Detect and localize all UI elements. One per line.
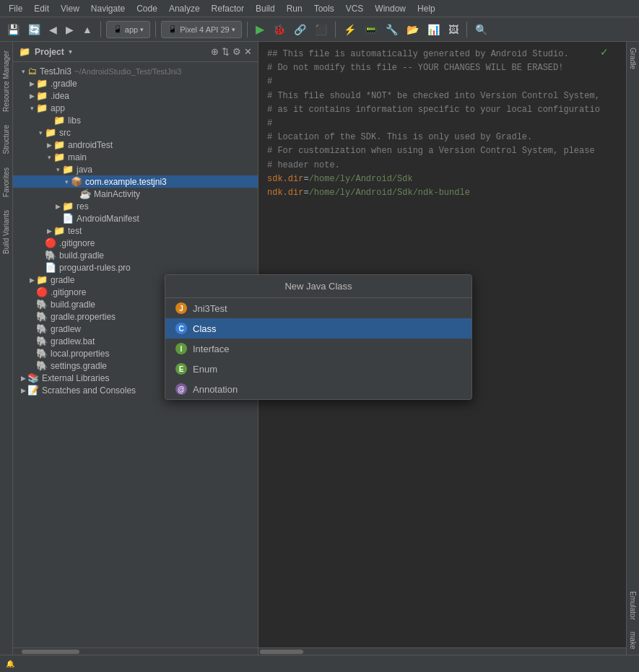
tree-arrow-res: ▶ [53,203,62,210]
menu-edit[interactable]: Edit [28,2,55,15]
tree-item-app[interactable]: ▾ 📁 app [13,102,258,114]
tree-item-java[interactable]: ▾ 📁 java [13,163,258,175]
run-button[interactable]: ▶ [253,21,267,38]
resource-manager-tab[interactable]: Resource Manager [1,45,12,118]
editor-hscrollbar[interactable] [258,647,626,655]
up-button[interactable]: ▲ [79,22,95,37]
popup-title: New Java Class [165,275,471,298]
project-panel-dropdown-arrow[interactable]: ▾ [69,48,72,56]
tree-arrow-idea: ▶ [27,92,36,100]
popup-item-class[interactable]: C Class [165,318,471,339]
project-scrollbar[interactable] [13,647,258,655]
structure-tab[interactable]: Structure [1,119,12,160]
emulator-tab[interactable]: Emulator [627,585,638,626]
tree-item-gradle[interactable]: ▶ 📁 .gradle [13,77,258,90]
device-file-button[interactable]: 📂 [404,22,422,37]
make-tab[interactable]: make [627,626,638,655]
sdk-button[interactable]: 🔧 [383,22,401,37]
editor-hscrollbar-thumb [260,650,303,654]
tree-arrow-gradle-root: ▶ [27,276,36,284]
tree-item-androidtest[interactable]: ▶ 📁 androidTest [13,139,258,151]
profiler-button[interactable]: 📊 [425,22,443,37]
code-line-5: # as it contains information specific to… [267,103,617,117]
sync-gradle-button[interactable]: ⚡ [341,22,359,37]
tree-item-buildgradle1[interactable]: 🐘 build.gradle [13,249,258,261]
menu-run[interactable]: Run [281,2,308,15]
menu-help[interactable]: Help [412,2,441,15]
menu-file[interactable]: File [3,2,28,15]
tree-arrow-test: ▶ [45,227,53,235]
tree-label-package: com.example.testjni3 [85,177,167,187]
tree-item-res[interactable]: ▶ 📁 res [13,200,258,212]
project-panel-title: Project [35,47,64,57]
code-comment-4: # This file should *NOT* be checked into… [267,90,600,103]
tree-arrow-src: ▾ [36,129,45,136]
sync-icon[interactable]: ⇅ [222,46,230,57]
favorites-tab[interactable]: Favorites [1,162,12,203]
layout-inspector-button[interactable]: 🖼 [445,22,461,37]
forward-button[interactable]: ▶ [63,22,77,37]
code-value-sdk: /home/ly/Android/Sdk [309,173,413,186]
popup-label-enum: Enum [193,364,217,375]
back-button[interactable]: ◀ [46,22,60,37]
search-everywhere-button[interactable]: 🔍 [472,22,490,37]
tree-item-mainactivity[interactable]: ☕ MainActivity [13,188,258,200]
build-variants-tab[interactable]: Build Variants [1,204,12,260]
attach-button[interactable]: 🔗 [291,22,309,37]
popup-item-enum[interactable]: E Enum [165,359,471,379]
menu-vcs[interactable]: VCS [340,2,370,15]
editor-status-indicator: ✓ [600,46,609,58]
menu-analyze[interactable]: Analyze [163,2,206,15]
tree-item-manifest[interactable]: 📄 AndroidManifest [13,212,258,224]
folder-icon-gradle-root: 📁 [36,274,48,285]
tree-item-gitignore1[interactable]: 🔴 .gitignore [13,237,258,249]
popup-item-jni3test[interactable]: J Jni3Test [165,298,471,318]
tree-label-proguard: proguard-rules.pro [59,263,131,273]
add-icon[interactable]: ⊕ [211,46,219,57]
folder-icon-libs: 📁 [53,115,65,126]
tree-item-testjni3[interactable]: ▾ 🗂 TestJni3 ~/AndroidStudio_Test/TestJn… [13,65,258,77]
menu-build[interactable]: Build [250,2,281,15]
popup-item-interface[interactable]: I Interface [165,339,471,359]
tree-item-test[interactable]: ▶ 📁 test [13,224,258,237]
device-selector[interactable]: 📱 Pixel 4 API 29 ▾ [161,21,242,38]
menu-code[interactable]: Code [131,2,163,15]
tree-item-proguard[interactable]: 📄 proguard-rules.pro [13,261,258,274]
code-comment-8: # For customization when using a Version… [267,144,595,158]
close-icon[interactable]: ✕ [244,46,252,57]
stop-button[interactable]: ⬛ [312,22,330,37]
save-button[interactable]: 💾 [4,22,22,37]
code-line-3: # [267,75,617,89]
menu-tools[interactable]: Tools [308,2,340,15]
sync-button[interactable]: 🔄 [25,22,43,37]
menu-window[interactable]: Window [369,2,412,15]
tree-item-src[interactable]: ▾ 📁 src [13,126,258,139]
menu-refactor[interactable]: Refactor [206,2,250,15]
folder-icon-androidtest: 📁 [53,139,65,150]
tree-item-idea[interactable]: ▶ 📁 .idea [13,90,258,102]
tree-item-package[interactable]: ▾ 📦 com.example.testjni3 [13,175,258,188]
tree-label-gitignore2: .gitignore [51,287,86,297]
tree-item-main[interactable]: ▾ 📁 main [13,151,258,163]
avd-button[interactable]: 📟 [362,22,380,37]
jni3test-icon: J [175,302,187,314]
tree-label-gradle-root: gradle [51,275,74,285]
gradle-tab[interactable]: Gradle [627,42,638,75]
app-selector[interactable]: 📱 app ▾ [106,21,150,38]
tree-label-external-libs: External Libraries [42,373,109,383]
project-folder-icon: 🗂 [27,66,37,77]
new-java-class-popup[interactable]: New Java Class J Jni3Test C Class I Inte… [165,274,472,400]
menu-view[interactable]: View [55,2,85,15]
menu-navigate[interactable]: Navigate [85,2,131,15]
gradle-icon-2: 🐘 [36,299,48,310]
popup-item-annotation[interactable]: @ Annotation [165,379,471,399]
folder-icon-res: 📁 [62,201,74,211]
xml-icon: 📄 [62,213,74,224]
debug-button[interactable]: 🐞 [270,22,288,37]
gear-icon[interactable]: ⚙ [232,46,241,57]
popup-label-interface: Interface [193,344,230,354]
tree-label-settingsgradle: settings.gradle [51,361,107,371]
tree-item-libs[interactable]: 📁 libs [13,114,258,126]
separator-4 [335,22,336,38]
separator-1 [100,22,101,38]
